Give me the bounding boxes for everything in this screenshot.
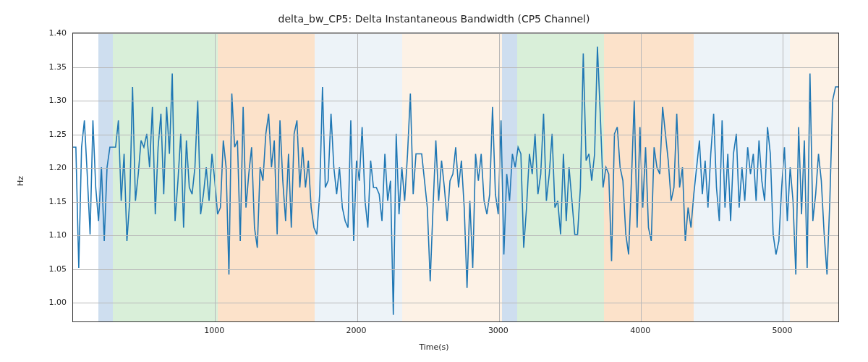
y-tick: 1.25 bbox=[23, 129, 67, 138]
grid-line bbox=[215, 33, 216, 321]
y-tick: 1.30 bbox=[23, 96, 67, 105]
grid-line bbox=[499, 33, 500, 321]
y-tick: 1.35 bbox=[23, 62, 67, 71]
grid-line bbox=[73, 101, 838, 101]
data-line bbox=[73, 47, 838, 315]
chart-title: delta_bw_CP5: Delta Instantaneous Bandwi… bbox=[0, 13, 868, 25]
grid-line bbox=[73, 168, 838, 169]
grid-line bbox=[357, 33, 358, 321]
x-tick: 4000 bbox=[630, 326, 650, 335]
y-tick: 1.40 bbox=[23, 28, 67, 38]
plot-area bbox=[72, 33, 839, 322]
grid-line bbox=[73, 235, 838, 236]
grid-line bbox=[641, 33, 642, 321]
chart-container: delta_bw_CP5: Delta Instantaneous Bandwi… bbox=[0, 0, 868, 362]
y-tick: 1.20 bbox=[23, 163, 67, 172]
y-tick: 1.15 bbox=[23, 196, 67, 206]
x-tick: 5000 bbox=[772, 326, 792, 335]
grid-line bbox=[73, 202, 838, 203]
x-tick: 1000 bbox=[204, 326, 224, 335]
x-tick: 2000 bbox=[346, 326, 367, 335]
line-series bbox=[73, 33, 838, 321]
grid-line bbox=[73, 33, 838, 34]
grid-line bbox=[783, 33, 783, 321]
y-tick: 1.00 bbox=[23, 298, 67, 307]
x-tick: 3000 bbox=[488, 326, 509, 335]
y-axis-label: Hz bbox=[16, 176, 25, 186]
grid-line bbox=[73, 269, 838, 270]
grid-line bbox=[73, 135, 838, 135]
x-axis-label: Time(s) bbox=[0, 342, 868, 352]
grid-line bbox=[73, 303, 838, 303]
grid-line bbox=[73, 67, 838, 68]
y-tick: 1.10 bbox=[23, 230, 67, 240]
y-tick: 1.05 bbox=[23, 264, 67, 273]
